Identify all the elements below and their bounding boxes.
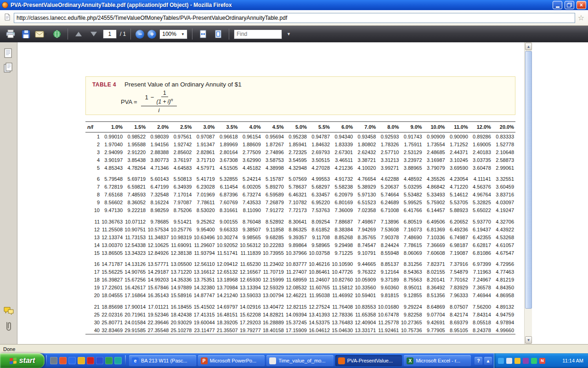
bookmark-star-icon[interactable]: ☆ xyxy=(578,14,584,22)
pva-value: 12.46221 xyxy=(285,292,308,299)
taskbar-task-button[interactable]: Time_value_of_mo... xyxy=(266,355,334,366)
pva-value: 8.38384 xyxy=(331,225,354,233)
pdf-sidebar xyxy=(0,42,17,344)
pva-value: 14.53375 xyxy=(308,318,331,326)
find-input[interactable] xyxy=(234,29,282,39)
zoom-in-button[interactable]: + xyxy=(147,30,156,39)
tray-icon[interactable] xyxy=(514,358,520,364)
tray-icon[interactable] xyxy=(531,358,537,364)
quick-launch-app-icon[interactable] xyxy=(78,357,85,364)
row-period: 4 xyxy=(85,156,101,164)
pva-value: 7.78611 xyxy=(193,199,216,207)
pva-value: 11.92461 xyxy=(377,326,400,334)
bookmarks-panel-button[interactable] xyxy=(3,63,13,75)
address-bar-row: ☆ xyxy=(0,10,588,26)
comments-panel-button[interactable] xyxy=(3,306,14,317)
pva-value: 12.65132 xyxy=(216,268,239,276)
pva-value: 8.31661 xyxy=(216,207,239,214)
find-dropdown-caret-icon[interactable]: ▼ xyxy=(285,32,292,36)
pages-panel-button[interactable] xyxy=(3,48,13,61)
pva-value: 9.11858 xyxy=(262,225,285,233)
minimize-button[interactable] xyxy=(553,1,562,9)
save-button[interactable] xyxy=(20,28,32,40)
pva-value: 3.80773 xyxy=(147,156,170,164)
restore-button[interactable] xyxy=(565,1,574,9)
pva-value: 6.95220 xyxy=(308,199,331,207)
quick-launch-app-icon[interactable] xyxy=(114,357,122,364)
pva-value: 18.39205 xyxy=(216,318,239,326)
taskbar-task-button[interactable]: eBA 213 W11 (Pasc... xyxy=(129,355,196,366)
pva-value: 3.99271 xyxy=(377,164,400,172)
pva-value: 11.70719 xyxy=(262,268,285,276)
zoom-out-button[interactable]: − xyxy=(136,30,144,39)
quick-launch-app-icon[interactable] xyxy=(96,357,103,364)
zoom-level-select[interactable]: 100% ▼ xyxy=(159,29,187,39)
close-button[interactable]: × xyxy=(577,1,586,9)
pva-value: 4.94759 xyxy=(492,310,515,318)
pva-value: 0.95694 xyxy=(262,132,285,141)
tray-icon[interactable] xyxy=(523,358,529,364)
fit-width-button[interactable] xyxy=(197,28,209,40)
tray-icon[interactable] xyxy=(506,358,512,364)
row-period: 12 xyxy=(85,225,101,233)
pva-value: 1.88609 xyxy=(239,140,262,148)
pva-value: 2.77509 xyxy=(239,148,262,156)
pva-value: 10.57534 xyxy=(147,225,170,233)
quick-launch-app-icon[interactable] xyxy=(50,357,57,364)
table-row: 43.901973.854383.807733.761973.717103.67… xyxy=(85,156,515,164)
pva-value: 8.07507 xyxy=(447,299,469,311)
taskbar-task-button[interactable]: PMicrosoft PowerPo... xyxy=(198,355,265,366)
quick-launch-app-icon[interactable] xyxy=(68,357,76,364)
pva-value: 24.01584 xyxy=(124,318,147,326)
next-page-button[interactable] xyxy=(88,28,100,40)
pva-value: 6.74987 xyxy=(447,233,469,241)
taskbar-task-button[interactable]: PVA-PresentValue... xyxy=(335,355,402,366)
pva-value: 12.84926 xyxy=(147,249,170,257)
rate-header: 6.0% xyxy=(331,122,354,132)
url-input[interactable] xyxy=(14,13,575,23)
pva-value: 9.10791 xyxy=(354,249,377,257)
table-number-label: TABLE 4 xyxy=(92,81,116,88)
scrollbar-thumb[interactable] xyxy=(525,51,532,309)
page-number-input[interactable] xyxy=(103,29,117,39)
quick-launch-app-icon[interactable] xyxy=(105,357,113,364)
scroll-up-button[interactable]: ▲ xyxy=(525,43,532,50)
previous-page-button[interactable] xyxy=(73,28,85,40)
tray-icon[interactable]: N xyxy=(539,358,545,364)
taskbar-task-button[interactable]: XMicrosoft Excel - r... xyxy=(404,355,471,366)
pva-value: 7.97087 xyxy=(170,199,193,207)
tray-icon[interactable] xyxy=(498,358,504,364)
start-button[interactable]: start xyxy=(0,353,45,368)
attachments-panel-button[interactable] xyxy=(3,321,13,334)
pva-value: 4.51505 xyxy=(216,164,239,172)
pva-value: 8.06069 xyxy=(400,249,423,257)
pva-value: 10.75736 xyxy=(400,326,423,334)
email-button[interactable]: ▼ xyxy=(35,28,48,40)
pva-value: 20.71961 xyxy=(124,310,147,318)
scroll-down-button[interactable]: ▼ xyxy=(525,336,532,344)
table-row: 98.566028.360528.162247.970877.786117.60… xyxy=(85,199,515,207)
pva-value: 8.42174 xyxy=(447,310,469,318)
pva-value: 9.95400 xyxy=(193,225,216,233)
pva-value: 11.69091 xyxy=(170,241,193,249)
vertical-scrollbar[interactable]: ▲ ▼ xyxy=(524,42,532,344)
pva-value: 9.71225 xyxy=(331,249,354,257)
pva-value: 2.82861 xyxy=(193,148,216,156)
fit-page-button[interactable] xyxy=(212,28,224,40)
table-row: 21.970401.955881.941561.927421.913471.89… xyxy=(85,140,515,148)
rate-header: 9.0% xyxy=(400,122,423,132)
pva-value: 29.91585 xyxy=(124,326,147,334)
show-hidden-icons-button[interactable]: ▲ xyxy=(484,357,492,365)
pva-value: 15.67846 xyxy=(147,284,170,292)
help-button[interactable]: ? xyxy=(475,357,482,365)
pva-value: 3.38721 xyxy=(354,156,377,164)
quick-launch-app-icon[interactable] xyxy=(59,357,67,364)
pva-value: 8.54363 xyxy=(400,268,423,276)
print-button[interactable] xyxy=(5,28,17,40)
pva-value: 10.33560 xyxy=(354,284,377,292)
collaborate-button[interactable] xyxy=(51,28,63,40)
pva-value: 18.85698 xyxy=(101,299,124,311)
quick-launch-app-icon[interactable] xyxy=(87,357,94,364)
pva-value: 4.48592 xyxy=(400,172,423,183)
pva-value: 12.65930 xyxy=(239,276,262,284)
